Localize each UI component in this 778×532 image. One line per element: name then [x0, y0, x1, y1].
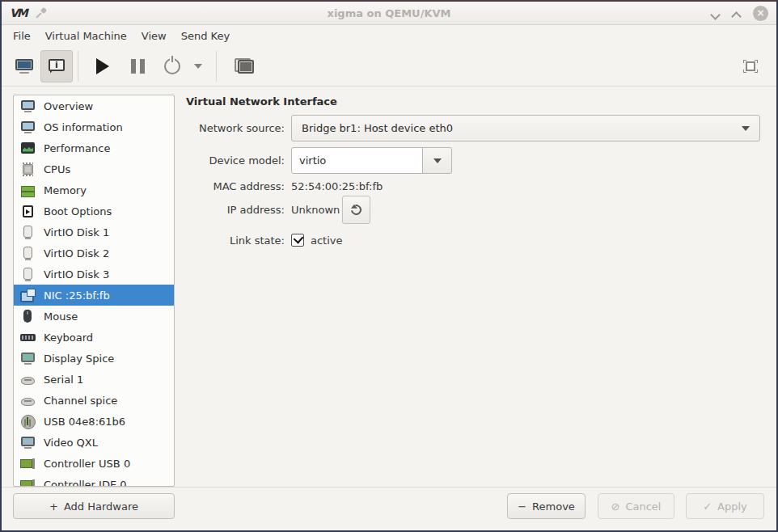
serial-icon	[20, 373, 36, 386]
ram-icon	[20, 184, 36, 197]
refresh-icon	[349, 202, 363, 217]
serial-icon	[20, 394, 36, 407]
nic-icon	[20, 289, 36, 302]
sidebar-item-virtio-disk-2[interactable]: VirtIO Disk 2	[14, 243, 174, 264]
run-button[interactable]	[87, 50, 119, 82]
ip-address-label: IP address:	[180, 196, 285, 224]
display-icon	[20, 352, 36, 365]
device-model-dropdown-button[interactable]	[422, 147, 452, 174]
cancel-label: Cancel	[625, 500, 661, 513]
minimize-button[interactable]	[711, 9, 719, 17]
sidebar-item-overview[interactable]: Overview	[14, 95, 174, 116]
menubar: FileVirtual MachineViewSend Key	[2, 26, 776, 46]
sidebar-item-channel-spice[interactable]: Channel spice	[14, 390, 174, 411]
details-icon	[49, 59, 65, 74]
apply-label: Apply	[717, 500, 747, 513]
sidebar-item-os-information[interactable]: OS information	[14, 116, 174, 137]
video-icon	[20, 436, 36, 450]
disk-icon	[20, 268, 36, 281]
shutdown-menu-button[interactable]	[188, 50, 208, 82]
sidebar-item-video-qxl[interactable]: Video QXL	[14, 432, 174, 453]
monitor-icon	[20, 99, 36, 113]
console-icon	[15, 59, 34, 74]
virt-manager-window: VM xigma on QEMU/KVM × FileVirtual Machi…	[0, 0, 778, 532]
sidebar-item-label: Controller USB 0	[44, 458, 130, 470]
plus-icon: +	[49, 500, 58, 513]
console-view-button[interactable]	[8, 50, 40, 82]
sidebar-item-keyboard[interactable]: Keyboard	[14, 327, 174, 348]
titlebar[interactable]: VM xigma on QEMU/KVM ×	[2, 2, 776, 25]
sidebar-item-label: VirtIO Disk 1	[44, 226, 109, 239]
link-state-checkbox[interactable]	[291, 234, 304, 247]
chevron-down-icon	[433, 158, 442, 163]
check-icon: ✓	[703, 500, 712, 513]
remove-button[interactable]: − Remove	[507, 493, 586, 519]
sidebar-item-label: Channel spice	[44, 395, 117, 407]
sidebar-item-controller-ide-0[interactable]: Controller IDE 0	[14, 474, 174, 487]
sidebar-item-virtio-disk-3[interactable]: VirtIO Disk 3	[14, 264, 174, 285]
menu-virtual-machine[interactable]: Virtual Machine	[38, 27, 134, 44]
add-hardware-label: Add Hardware	[64, 500, 138, 513]
mouse-icon	[20, 310, 36, 323]
network-source-value: Bridge br1: Host device eth0	[302, 122, 453, 134]
menu-file[interactable]: File	[6, 27, 38, 44]
sidebar-item-label: Overview	[44, 100, 93, 112]
window-title: xigma on QEMU/KVM	[2, 7, 776, 19]
add-hardware-button[interactable]: + Add Hardware	[13, 493, 175, 519]
sidebar-item-label: Mouse	[44, 310, 78, 323]
sidebar-item-label: Keyboard	[44, 331, 93, 344]
sidebar-item-cpus[interactable]: CPUs	[14, 158, 174, 179]
pause-button[interactable]	[121, 50, 154, 82]
sidebar-item-memory[interactable]: Memory	[14, 179, 174, 201]
sidebar-item-serial-1[interactable]: Serial 1	[14, 369, 174, 390]
usb-icon	[20, 415, 36, 429]
sidebar-item-label: Serial 1	[44, 374, 83, 386]
cancel-icon: ⊘	[611, 500, 620, 513]
network-source-dropdown[interactable]: Bridge br1: Host device eth0	[291, 115, 760, 141]
sidebar-item-mouse[interactable]: Mouse	[14, 306, 174, 327]
apply-button[interactable]: ✓ Apply	[686, 493, 764, 519]
sidebar-item-usb-04e8-61b6[interactable]: USB 04e8:61b6	[14, 411, 174, 432]
sidebar-item-label: CPUs	[44, 163, 70, 175]
chart-icon	[20, 141, 36, 155]
network-source-label: Network source:	[180, 115, 285, 141]
keyboard-icon	[20, 331, 36, 344]
screenshot-button[interactable]	[228, 50, 260, 82]
sidebar-item-label: VirtIO Disk 3	[44, 268, 109, 281]
refresh-ip-button[interactable]	[342, 196, 370, 224]
maximize-button[interactable]	[732, 9, 740, 17]
sidebar-item-label: Boot Options	[44, 205, 112, 217]
shutdown-button[interactable]	[156, 50, 188, 82]
menu-view[interactable]: View	[134, 27, 174, 44]
shutdown-icon	[164, 58, 180, 74]
toolbar-separator	[216, 51, 217, 82]
sidebar-item-label: USB 04e8:61b6	[44, 416, 125, 428]
device-model-label: Device model:	[180, 147, 285, 174]
sidebar-item-boot-options[interactable]: Boot Options	[14, 201, 174, 222]
sidebar-item-virtio-disk-1[interactable]: VirtIO Disk 1	[14, 222, 174, 243]
sidebar-item-label: Memory	[44, 184, 87, 196]
sidebar-item-nic-25-bf-fb[interactable]: NIC :25:bf:fb	[14, 285, 174, 306]
disk-icon	[20, 247, 36, 260]
sidebar-item-display-spice[interactable]: Display Spice	[14, 348, 174, 369]
screenshot-icon	[235, 58, 254, 74]
bottom-separator	[2, 487, 776, 488]
card-icon	[20, 457, 36, 471]
fullscreen-button[interactable]	[734, 50, 767, 82]
sidebar-item-label: NIC :25:bf:fb	[44, 289, 110, 302]
sidebar-item-performance[interactable]: Performance	[14, 137, 174, 158]
menu-send-key[interactable]: Send Key	[174, 27, 237, 44]
sidebar-item-label: Video QXL	[44, 437, 98, 449]
details-view-button[interactable]	[40, 50, 73, 82]
close-button[interactable]: ×	[753, 6, 768, 21]
sidebar-item-controller-usb-0[interactable]: Controller USB 0	[14, 453, 174, 474]
card-icon	[20, 478, 36, 488]
pause-icon	[131, 59, 145, 74]
boot-icon	[20, 205, 36, 218]
device-model-input[interactable]: virtio	[291, 147, 423, 174]
sidebar-item-label: Controller IDE 0	[44, 479, 127, 488]
chip-icon	[20, 163, 36, 176]
sidebar-item-label: Performance	[44, 142, 110, 154]
cancel-button[interactable]: ⊘ Cancel	[598, 493, 674, 519]
monitor-icon	[20, 120, 36, 134]
